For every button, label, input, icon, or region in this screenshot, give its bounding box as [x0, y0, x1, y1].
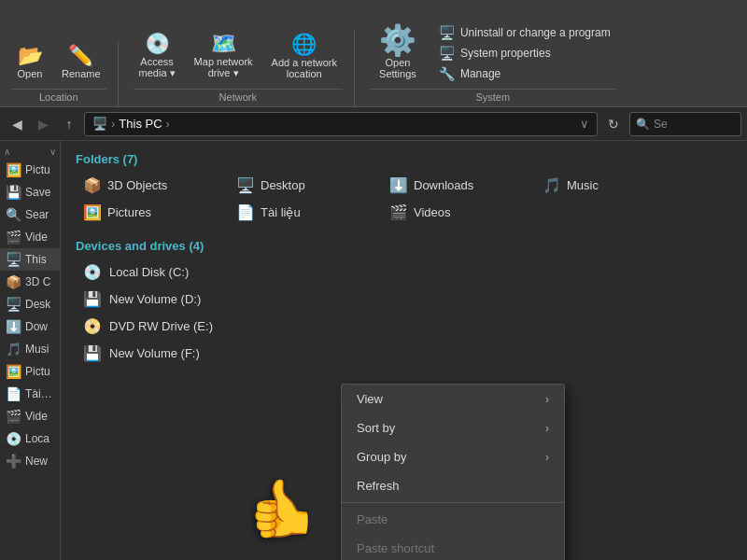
- system-props-btn[interactable]: 🖥️ System properties: [433, 44, 616, 63]
- search-icon: 🔍: [636, 118, 650, 131]
- search-box[interactable]: 🔍 Se: [629, 112, 741, 136]
- ctx-view[interactable]: View ›: [342, 385, 564, 413]
- path-icon: 🖥️: [92, 117, 107, 131]
- folder-pictures[interactable]: 🖼️ Pictures: [76, 201, 225, 224]
- drive-d-icon: 💾: [83, 290, 102, 308]
- sidebar-item-music[interactable]: 🎵 Musi: [0, 338, 60, 360]
- back-button[interactable]: ◀: [6, 113, 28, 135]
- ribbon-location-items: 📂 Open ✏️ Rename: [11, 42, 106, 83]
- ctx-pasteshortcut: Paste shortcut: [342, 534, 564, 560]
- drive-d[interactable]: 💾 New Volume (D:): [76, 287, 732, 311]
- access-media-btn[interactable]: 💿 Accessmedia ▾: [134, 30, 181, 83]
- folder-videos-icon: 🎬: [389, 203, 408, 221]
- sidebar-item-video[interactable]: 🎬 Vide: [0, 226, 60, 248]
- ctx-refresh[interactable]: Refresh: [342, 471, 564, 500]
- pictures2-icon: 🖼️: [6, 364, 21, 379]
- folder-downloads-icon: ⬇️: [389, 176, 408, 194]
- sidebar-item-pictures2[interactable]: 🖼️ Pictu: [0, 360, 60, 383]
- sidebar-item-save[interactable]: 💾 Save: [0, 181, 60, 203]
- drive-c[interactable]: 💿 Local Disk (C:): [76, 260, 732, 284]
- sidebar-item-downloads[interactable]: ⬇️ Dow: [0, 315, 60, 338]
- folder-tailieu[interactable]: 📄 Tài liệu: [229, 201, 378, 224]
- folder-3dobjects[interactable]: 📦 3D Objects: [76, 174, 225, 197]
- rename-icon: ✏️: [68, 46, 93, 66]
- folder-downloads[interactable]: ⬇️ Downloads: [382, 174, 531, 197]
- sidebar-item-desktop[interactable]: 🖥️ Desk: [0, 293, 60, 315]
- system-group-label: System: [370, 89, 616, 103]
- rename-btn[interactable]: ✏️ Rename: [56, 42, 106, 83]
- open-icon: 📂: [18, 46, 43, 66]
- context-menu: View › Sort by › Group by › Refresh Past…: [341, 384, 565, 560]
- add-network-icon: 🌐: [291, 35, 317, 55]
- open-btn[interactable]: 📂 Open: [11, 42, 49, 83]
- 3d-icon: 📦: [6, 274, 21, 289]
- sidebar-item-search[interactable]: 🔍 Sear: [0, 203, 60, 226]
- map-network-icon: 🗺️: [211, 34, 236, 54]
- refresh-button[interactable]: ↻: [601, 112, 626, 136]
- map-network-btn[interactable]: 🗺️ Map networkdrive ▾: [189, 30, 259, 83]
- pictures-icon: 🖼️: [6, 162, 21, 177]
- sidebar-collapse-down[interactable]: ∨: [49, 147, 56, 157]
- folder-3d-icon: 📦: [83, 176, 102, 194]
- sidebar-collapse-up[interactable]: ∧: [4, 147, 10, 157]
- hand-emoji: 👍: [247, 475, 317, 541]
- ribbon-network-items: 💿 Accessmedia ▾ 🗺️ Map networkdrive ▾ 🌐 …: [134, 30, 343, 83]
- sidebar: ∧ ∨ 🖼️ Pictu 💾 Save 🔍 Sear 🎬 Vide 🖥️ Thi…: [0, 141, 61, 560]
- thispc-icon: 🖥️: [6, 252, 21, 267]
- music-sidebar-icon: 🎵: [6, 342, 21, 357]
- ctx-groupby-arrow: ›: [545, 451, 549, 464]
- sidebar-item-thispc[interactable]: 🖥️ This: [0, 248, 60, 271]
- ribbon-location-group: 📂 Open ✏️ Rename Location: [7, 42, 119, 106]
- main-area: ∧ ∨ 🖼️ Pictu 💾 Save 🔍 Sear 🎬 Vide 🖥️ Thi…: [0, 141, 747, 560]
- sidebar-item-docs[interactable]: 📄 Tài liệu: [0, 383, 60, 405]
- ctx-paste: Paste: [342, 505, 564, 534]
- sidebar-item-3d[interactable]: 📦 3D C: [0, 271, 60, 293]
- drives-list: 💿 Local Disk (C:) 💾 New Volume (D:) 📀 DV…: [76, 260, 732, 365]
- videos-icon: 🎬: [6, 409, 21, 424]
- folder-desktop[interactable]: 🖥️ Desktop: [229, 174, 378, 197]
- path-thispc[interactable]: This PC: [119, 117, 162, 131]
- location-group-label: Location: [11, 89, 106, 103]
- ribbon-system-group: ⚙️ OpenSettings 🖥️ Uninstall or change a…: [366, 21, 627, 106]
- network-group-label: Network: [134, 89, 343, 103]
- folders-title: Folders (7): [76, 152, 732, 166]
- address-path[interactable]: 🖥️ › This PC › ∨: [84, 112, 598, 136]
- ctx-separator-1: [342, 502, 564, 503]
- sidebar-item-videos[interactable]: 🎬 Vide: [0, 405, 60, 427]
- add-network-btn[interactable]: 🌐 Add a networklocation: [266, 31, 343, 83]
- sidebar-item-new[interactable]: ➕ New: [0, 450, 60, 472]
- ribbon-system-items: ⚙️ OpenSettings 🖥️ Uninstall or change a…: [370, 21, 616, 83]
- uninstall-btn[interactable]: 🖥️ Uninstall or change a program: [433, 23, 616, 42]
- folder-tailieu-icon: 📄: [236, 203, 255, 221]
- ctx-view-arrow: ›: [545, 393, 549, 406]
- system-props-icon: 🖥️: [439, 46, 455, 61]
- folders-grid: 📦 3D Objects 🖥️ Desktop ⬇️ Downloads 🎵 M…: [76, 174, 732, 224]
- ribbon: 📂 Open ✏️ Rename Location 💿 Accessmedia …: [0, 0, 747, 107]
- search-sidebar-icon: 🔍: [6, 207, 21, 222]
- manage-icon: 🔧: [439, 66, 455, 81]
- local-icon: 💿: [6, 431, 21, 446]
- file-content: Folders (7) 📦 3D Objects 🖥️ Desktop ⬇️ D…: [61, 141, 747, 560]
- ctx-groupby[interactable]: Group by ›: [342, 442, 564, 471]
- drive-c-icon: 💿: [83, 263, 102, 281]
- path-dropdown-icon[interactable]: ∨: [580, 117, 589, 131]
- ctx-sortby[interactable]: Sort by ›: [342, 413, 564, 442]
- desktop-icon: 🖥️: [6, 297, 21, 312]
- open-settings-btn[interactable]: ⚙️ OpenSettings: [370, 21, 426, 83]
- downloads-icon: ⬇️: [6, 319, 21, 334]
- video-sidebar-icon: 🎬: [6, 230, 21, 245]
- sidebar-item-local[interactable]: 💿 Loca: [0, 427, 60, 450]
- up-button[interactable]: ↑: [58, 113, 80, 135]
- folder-desktop-icon: 🖥️: [236, 176, 255, 194]
- folder-music[interactable]: 🎵 Music: [535, 174, 684, 197]
- new-icon: ➕: [6, 454, 21, 469]
- drive-f-icon: 💾: [83, 344, 102, 362]
- manage-btn[interactable]: 🔧 Manage: [433, 64, 616, 83]
- sidebar-item-pictures[interactable]: 🖼️ Pictu: [0, 159, 60, 181]
- drive-e[interactable]: 📀 DVD RW Drive (E:): [76, 315, 732, 338]
- drive-f[interactable]: 💾 New Volume (F:): [76, 342, 732, 365]
- folder-videos[interactable]: 🎬 Videos: [382, 201, 531, 224]
- forward-button[interactable]: ▶: [32, 113, 54, 135]
- access-media-icon: 💿: [145, 34, 170, 54]
- settings-icon: ⚙️: [379, 25, 416, 55]
